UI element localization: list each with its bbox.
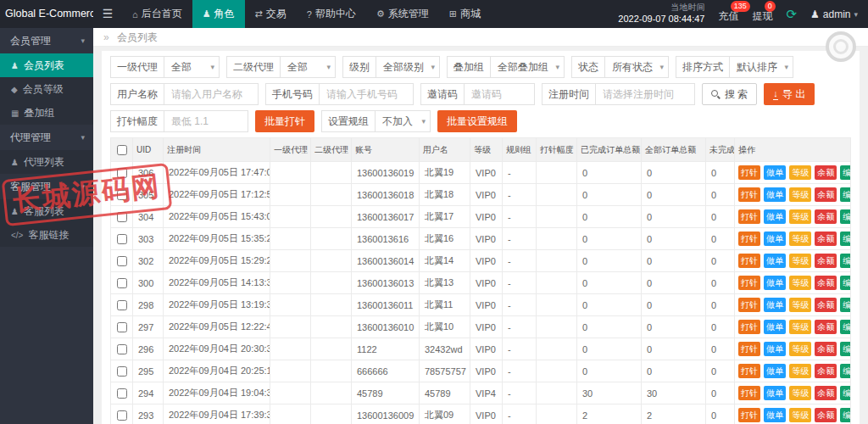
inject-range-input[interactable]: [164, 110, 248, 132]
nav-item-system[interactable]: ⚙ 系统管理: [366, 0, 439, 28]
recharge-link[interactable]: 135 充值: [718, 5, 738, 24]
batch-rule-group-button[interactable]: 批量设置规组: [437, 110, 517, 132]
balance-button[interactable]: 余额: [815, 232, 837, 246]
inject-button[interactable]: 打针: [738, 209, 760, 224]
make-order-button[interactable]: 做单: [764, 364, 786, 378]
nav-item-roles[interactable]: ♟ 角色: [192, 0, 245, 28]
make-order-button[interactable]: 做单: [764, 276, 786, 290]
row-checkbox[interactable]: [117, 278, 127, 288]
filter-select[interactable]: 所有状态 ▾: [604, 56, 669, 78]
level-button[interactable]: 等级: [789, 364, 811, 378]
edit-button[interactable]: 编辑: [840, 320, 850, 334]
balance-button[interactable]: 余额: [815, 298, 837, 312]
balance-button[interactable]: 余额: [815, 320, 837, 334]
balance-button[interactable]: 余额: [815, 187, 837, 202]
make-order-button[interactable]: 做单: [764, 187, 786, 202]
row-checkbox[interactable]: [117, 366, 127, 377]
inject-button[interactable]: 打针: [738, 276, 760, 290]
edit-button[interactable]: 编辑: [840, 209, 850, 224]
balance-button[interactable]: 余额: [815, 364, 837, 378]
search-button[interactable]: 搜 索: [702, 83, 757, 105]
rule-group-select[interactable]: 不加入 ▾: [375, 110, 431, 132]
level-button[interactable]: 等级: [789, 298, 811, 312]
sidebar-item-stack-group[interactable]: ▦ 叠加组: [0, 101, 93, 125]
make-order-button[interactable]: 做单: [764, 232, 786, 246]
row-checkbox[interactable]: [117, 234, 127, 244]
row-checkbox[interactable]: [117, 410, 127, 421]
select-all-checkbox[interactable]: [117, 145, 127, 155]
batch-inject-button[interactable]: 批量打针: [255, 110, 314, 132]
make-order-button[interactable]: 做单: [764, 386, 786, 400]
balance-button[interactable]: 余额: [815, 342, 837, 356]
inject-button[interactable]: 打针: [738, 408, 760, 422]
inject-button[interactable]: 打针: [738, 364, 760, 378]
edit-button[interactable]: 编辑: [840, 342, 850, 356]
inject-button[interactable]: 打针: [738, 298, 760, 312]
phone-input[interactable]: [319, 83, 414, 105]
sidebar-item-agent-list[interactable]: ♟ 代理列表: [0, 150, 93, 174]
edit-button[interactable]: 编辑: [840, 386, 850, 400]
make-order-button[interactable]: 做单: [764, 165, 786, 180]
username-input[interactable]: [164, 83, 259, 105]
menu-toggle-icon[interactable]: ☰: [93, 0, 122, 28]
level-button[interactable]: 等级: [789, 165, 811, 180]
row-checkbox[interactable]: [117, 256, 127, 266]
make-order-button[interactable]: 做单: [764, 408, 786, 422]
level-button[interactable]: 等级: [789, 386, 811, 400]
sidebar-item-service-link[interactable]: </> 客服链接: [0, 223, 93, 247]
make-order-button[interactable]: 做单: [764, 320, 786, 334]
refresh-icon[interactable]: ⟳: [786, 0, 797, 28]
make-order-button[interactable]: 做单: [764, 254, 786, 268]
inject-button[interactable]: 打针: [738, 232, 760, 246]
inject-button[interactable]: 打针: [738, 187, 760, 202]
admin-menu[interactable]: ♟ admin ▾: [810, 8, 858, 20]
level-button[interactable]: 等级: [789, 342, 811, 356]
sidebar-section-agent-mgmt[interactable]: 代理管理 ▾: [0, 125, 93, 150]
filter-select[interactable]: 全部叠加组 ▾: [490, 56, 565, 78]
level-button[interactable]: 等级: [789, 320, 811, 334]
inject-button[interactable]: 打针: [738, 254, 760, 268]
level-button[interactable]: 等级: [789, 408, 811, 422]
nav-item-help[interactable]: ? 帮助中心: [297, 0, 366, 28]
sidebar-item-member-list[interactable]: ♟ 会员列表: [0, 53, 93, 77]
balance-button[interactable]: 余额: [815, 209, 837, 224]
make-order-button[interactable]: 做单: [764, 342, 786, 356]
balance-button[interactable]: 余额: [815, 408, 837, 422]
make-order-button[interactable]: 做单: [764, 298, 786, 312]
edit-button[interactable]: 编辑: [840, 187, 850, 202]
level-button[interactable]: 等级: [789, 187, 811, 202]
reg-time-input[interactable]: [595, 83, 695, 105]
edit-button[interactable]: 编辑: [840, 298, 850, 312]
edit-button[interactable]: 编辑: [840, 364, 850, 378]
withdraw-link[interactable]: 0 提现: [752, 5, 772, 24]
filter-select[interactable]: 默认排序 ▾: [729, 56, 793, 78]
edit-button[interactable]: 编辑: [840, 276, 850, 290]
filter-select[interactable]: 全部 ▾: [164, 56, 220, 78]
edit-button[interactable]: 编辑: [840, 408, 850, 422]
export-button[interactable]: ↓ 导 出: [764, 83, 815, 105]
balance-button[interactable]: 余额: [815, 276, 837, 290]
balance-button[interactable]: 余额: [815, 386, 837, 400]
sidebar-section-member-mgmt[interactable]: 会员管理 ▾: [0, 28, 93, 53]
nav-item-trade[interactable]: ⇄ 交易: [245, 0, 297, 28]
edit-button[interactable]: 编辑: [840, 254, 850, 268]
nav-item-mall[interactable]: ⊞ 商城: [439, 0, 491, 28]
nav-item-dashboard[interactable]: ⌂ 后台首页: [122, 0, 192, 28]
row-checkbox[interactable]: [117, 322, 127, 332]
level-button[interactable]: 等级: [789, 276, 811, 290]
inject-button[interactable]: 打针: [738, 165, 760, 180]
filter-select[interactable]: 全部级别 ▾: [376, 56, 440, 78]
inject-button[interactable]: 打针: [738, 320, 760, 334]
level-button[interactable]: 等级: [789, 254, 811, 268]
inject-button[interactable]: 打针: [738, 386, 760, 400]
make-order-button[interactable]: 做单: [764, 209, 786, 224]
sidebar-item-member-level[interactable]: ◆ 会员等级: [0, 77, 93, 101]
edit-button[interactable]: 编辑: [840, 232, 850, 246]
level-button[interactable]: 等级: [789, 209, 811, 224]
edit-button[interactable]: 编辑: [840, 165, 850, 180]
row-checkbox[interactable]: [117, 300, 127, 310]
invite-code-input[interactable]: [464, 83, 535, 105]
balance-button[interactable]: 余额: [815, 165, 837, 180]
balance-button[interactable]: 余额: [815, 254, 837, 268]
inject-button[interactable]: 打针: [738, 342, 760, 356]
